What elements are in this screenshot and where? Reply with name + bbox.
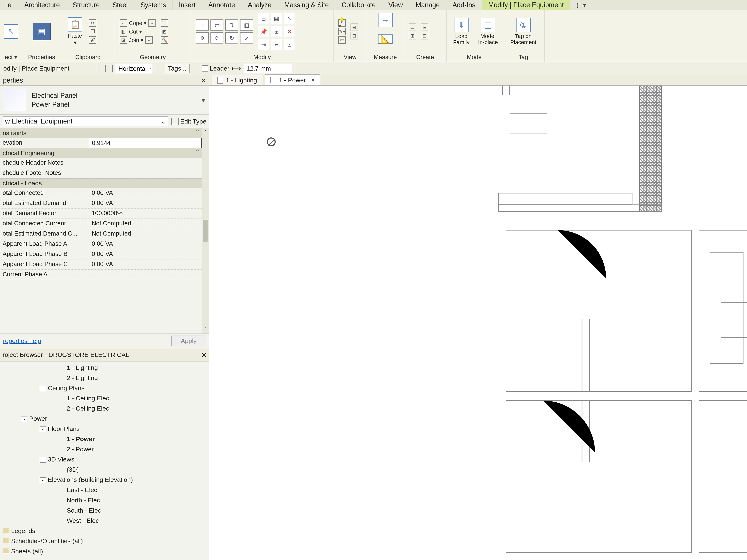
split-gap-icon[interactable]: ⊡ bbox=[284, 39, 295, 50]
trim-icon[interactable]: ⤢ bbox=[240, 32, 253, 44]
tab-file[interactable]: le bbox=[0, 0, 18, 10]
split-icon[interactable]: ⊟ bbox=[258, 13, 269, 24]
cope-button[interactable]: ⌐Cope ▾▫ bbox=[120, 19, 156, 27]
align-icon[interactable]: ⎓ bbox=[196, 20, 209, 31]
tree-node[interactable]: {3D} bbox=[3, 464, 206, 475]
copy-modify-icon[interactable]: ⟳ bbox=[210, 32, 224, 44]
view-icon-1[interactable]: 💡▾ bbox=[338, 19, 346, 27]
tree-node[interactable]: -3D Views bbox=[3, 454, 206, 464]
edit-type-button[interactable]: Edit Type bbox=[171, 117, 206, 125]
geom-icon-2[interactable]: ◩ bbox=[161, 28, 168, 35]
view-tab-power[interactable]: 1 - Power × bbox=[265, 75, 320, 85]
create-icon-1[interactable]: ▭ bbox=[409, 24, 416, 31]
ribbon-collapse-icon[interactable]: ▢▾ bbox=[570, 0, 587, 10]
view-tab-lighting[interactable]: 1 - Lighting bbox=[212, 75, 262, 85]
scroll-thumb[interactable] bbox=[203, 220, 208, 242]
extend-icon[interactable]: ⇥ bbox=[258, 39, 269, 50]
property-row[interactable]: chedule Footer Notes bbox=[0, 168, 202, 178]
property-group-header[interactable]: ctrical - Loads^ ^ bbox=[0, 178, 202, 188]
tree-node[interactable]: 1 - Power bbox=[3, 434, 206, 444]
tree-node[interactable]: 2 - Ceiling Elec bbox=[3, 403, 206, 414]
property-group-header[interactable]: ctrical Engineering^ ^ bbox=[0, 148, 202, 158]
tab-collaborate[interactable]: Collaborate bbox=[335, 0, 382, 10]
geom-icon-1[interactable]: ⬚ bbox=[161, 19, 168, 27]
dimension-button[interactable]: 📐 bbox=[376, 33, 394, 45]
tree-node[interactable]: -Elevations (Building Elevation) bbox=[3, 475, 206, 485]
tab-systems[interactable]: Systems bbox=[134, 0, 173, 10]
cut-small-button[interactable]: ✂ bbox=[89, 19, 96, 27]
orientation-dropdown[interactable]: Horizontal bbox=[115, 64, 152, 73]
create-icon-2[interactable]: ⊞ bbox=[409, 32, 416, 39]
property-row[interactable]: Apparent Load Phase A0.00 VA bbox=[0, 239, 202, 249]
tab-insert[interactable]: Insert bbox=[173, 0, 202, 10]
tab-view[interactable]: View bbox=[382, 0, 409, 10]
tree-node[interactable]: 2 - Lighting bbox=[3, 373, 206, 383]
mirror-draw-icon[interactable]: ▥ bbox=[240, 20, 253, 31]
property-row[interactable]: otal Estimated Demand0.00 VA bbox=[0, 198, 202, 209]
measure-button[interactable]: ↔ bbox=[376, 12, 394, 28]
properties-close-icon[interactable]: × bbox=[201, 75, 206, 85]
property-row[interactable]: otal Estimated Demand C...Not Computed bbox=[0, 229, 202, 239]
move-icon[interactable]: ✥ bbox=[196, 32, 209, 44]
property-row[interactable]: chedule Header Notes bbox=[0, 158, 202, 168]
property-row[interactable]: otal Connected CurrentNot Computed bbox=[0, 219, 202, 229]
view-icon-2[interactable]: ✎▾ bbox=[338, 28, 346, 35]
match-type-button[interactable]: 🖌 bbox=[89, 36, 96, 44]
properties-scrollbar[interactable]: ˄ ˅ bbox=[202, 128, 209, 334]
tab-architecture[interactable]: Architecture bbox=[18, 0, 66, 10]
tree-node[interactable]: -Ceiling Plans bbox=[3, 383, 206, 393]
properties-button[interactable]: ▤ bbox=[31, 22, 52, 42]
tree-node[interactable]: 1 - Ceiling Elec bbox=[3, 393, 206, 403]
tab-analyze[interactable]: Analyze bbox=[241, 0, 278, 10]
project-browser-tree[interactable]: 1 - Lighting2 - Lighting-Ceiling Plans1 … bbox=[0, 362, 209, 560]
view-icon-3[interactable]: ▭ bbox=[338, 36, 346, 44]
tab-manage[interactable]: Manage bbox=[409, 0, 446, 10]
apply-button[interactable]: Apply bbox=[171, 336, 206, 346]
view-icon-5[interactable]: ⊡ bbox=[351, 32, 358, 39]
tree-node[interactable]: 2 - Power bbox=[3, 444, 206, 454]
join-button[interactable]: ◪Join ▾▫ bbox=[120, 36, 156, 44]
model-inplace-button[interactable]: ◫Model In-place bbox=[476, 17, 500, 46]
copy-small-button[interactable]: ❐ bbox=[89, 28, 96, 35]
tab-annotate[interactable]: Annotate bbox=[202, 0, 241, 10]
geom-icon-3[interactable]: 🔨 bbox=[161, 36, 168, 44]
view-icon-4[interactable]: ⊞ bbox=[351, 24, 358, 31]
tag-on-placement-button[interactable]: ①Tag on Placement bbox=[508, 17, 538, 46]
offset-icon[interactable]: ⇄ bbox=[210, 20, 224, 31]
tree-node[interactable]: 1 - Lighting bbox=[3, 363, 206, 373]
properties-grid[interactable]: nstraints^ ^evation0.9144ctrical Enginee… bbox=[0, 128, 202, 334]
project-browser-close-icon[interactable]: × bbox=[201, 350, 206, 360]
scale-icon[interactable]: ⤡ bbox=[284, 13, 295, 24]
tab-steel[interactable]: Steel bbox=[106, 0, 134, 10]
type-selector[interactable]: Electrical Panel Power Panel ▾ bbox=[0, 85, 209, 115]
property-row[interactable]: Apparent Load Phase C0.00 VA bbox=[0, 260, 202, 270]
cut-extra-icon[interactable]: ▫ bbox=[144, 28, 151, 35]
scroll-down-icon[interactable]: ˅ bbox=[204, 326, 207, 332]
join-extra-icon[interactable]: ▫ bbox=[145, 36, 153, 44]
create-icon-3[interactable]: ⊟ bbox=[421, 24, 428, 31]
modify-cursor-button[interactable]: ↖ bbox=[2, 23, 20, 40]
property-row[interactable]: otal Demand Factor100.0000% bbox=[0, 209, 202, 219]
pin-icon[interactable]: 📌 bbox=[258, 26, 269, 37]
leader-offset-field[interactable]: 12.7 mm bbox=[243, 64, 292, 73]
instance-filter-dropdown[interactable]: w Electrical Equipment ⌄ bbox=[3, 116, 169, 126]
create-icon-4[interactable]: ⊡ bbox=[421, 32, 428, 39]
property-row[interactable]: evation0.9144 bbox=[0, 138, 202, 148]
corner-icon[interactable]: ⌐ bbox=[271, 39, 282, 50]
tab-massing-site[interactable]: Massing & Site bbox=[278, 0, 335, 10]
properties-help-link[interactable]: roperties help bbox=[3, 337, 41, 344]
cope-extra-icon[interactable]: ▫ bbox=[148, 19, 156, 27]
array-icon[interactable]: ▦ bbox=[271, 13, 282, 24]
delete-icon[interactable]: ✕ bbox=[284, 26, 295, 37]
close-tab-icon[interactable]: × bbox=[311, 76, 315, 84]
tree-node[interactable]: -Power bbox=[3, 414, 206, 424]
tags-button[interactable]: Tags... bbox=[165, 64, 189, 73]
tree-node[interactable]: Sheets (all) bbox=[3, 546, 206, 556]
rotate-icon[interactable]: ↻ bbox=[225, 32, 238, 44]
tab-structure[interactable]: Structure bbox=[66, 0, 106, 10]
leader-checkbox[interactable]: Leader bbox=[202, 65, 229, 72]
chevron-down-icon[interactable]: ▾ bbox=[202, 96, 205, 104]
property-row[interactable]: otal Connected0.00 VA bbox=[0, 188, 202, 198]
tree-node[interactable]: North - Elec bbox=[3, 495, 206, 505]
property-row[interactable]: Current Phase A bbox=[0, 270, 202, 280]
